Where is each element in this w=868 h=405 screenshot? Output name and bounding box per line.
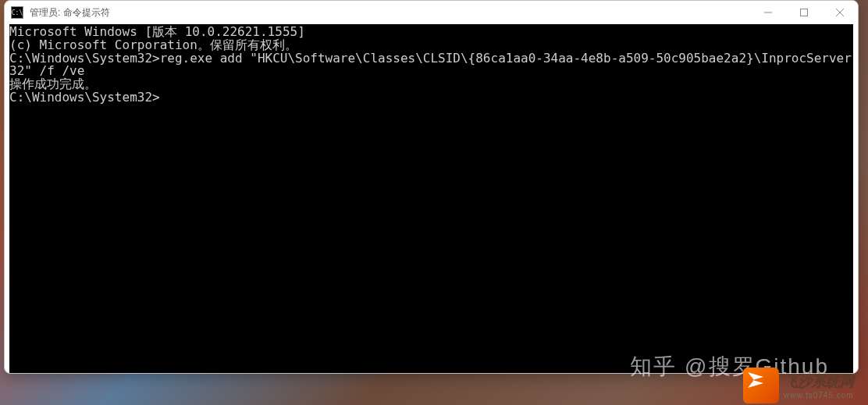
feisha-sub: www.fs0745.com [784, 391, 854, 400]
terminal-prompt: C:\Windows\System32> [9, 91, 853, 105]
close-button[interactable] [822, 1, 858, 24]
svg-rect-1 [801, 9, 808, 16]
maximize-icon [800, 9, 808, 16]
maximize-button[interactable] [786, 1, 822, 24]
feisha-text: 飞沙系统网 www.fs0745.com [784, 372, 854, 400]
feisha-main: 飞沙系统网 [784, 372, 854, 391]
terminal-line: C:\Windows\System32>reg.exe add "HKCU\So… [9, 52, 853, 79]
titlebar[interactable]: C:\ 管理员: 命令提示符 [5, 1, 858, 24]
terminal-output[interactable]: Microsoft Windows [版本 10.0.22621.1555](c… [9, 24, 853, 373]
cmd-window: C:\ 管理员: 命令提示符 Microsoft Windows [版本 10.… [4, 0, 859, 374]
cmd-icon: C:\ [11, 6, 23, 19]
close-icon [836, 9, 844, 16]
window-controls [750, 1, 858, 24]
window-title: 管理员: 命令提示符 [30, 6, 110, 20]
minimize-button[interactable] [750, 1, 786, 24]
minimize-icon [764, 9, 772, 16]
